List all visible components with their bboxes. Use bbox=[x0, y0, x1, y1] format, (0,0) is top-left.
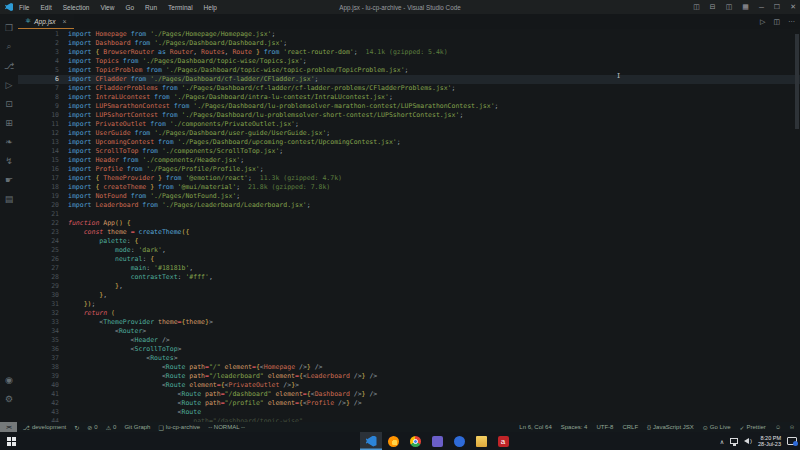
maximize-button[interactable]: ☐ bbox=[774, 3, 780, 11]
code-editor[interactable]: 1import Homepage from './Pages/Homepage/… bbox=[18, 29, 800, 422]
toggle-panel-icon[interactable]: ⊟ bbox=[710, 3, 716, 11]
project-manager-icon[interactable]: ▤ bbox=[0, 189, 18, 208]
status-git-branch[interactable]: ⎇development bbox=[23, 424, 66, 431]
code-line[interactable]: 27 main: '#18181b', bbox=[18, 264, 800, 273]
thunder-client-icon[interactable]: ↯ bbox=[0, 151, 18, 170]
code-line[interactable]: 24 palette: { bbox=[18, 237, 800, 246]
code-line[interactable]: 3import { BrowserRouter as Router, Route… bbox=[18, 48, 800, 57]
status-indentation[interactable]: Spaces: 4 bbox=[561, 424, 588, 430]
code-line[interactable]: 17import { ThemeProvider } from '@emotio… bbox=[18, 174, 800, 183]
status-language-mode[interactable]: {}JavaScript JSX bbox=[647, 424, 694, 430]
code-line[interactable]: 25 mode: 'dark', bbox=[18, 246, 800, 255]
code-line[interactable]: 4import Topics from './Pages/Dashboard/t… bbox=[18, 57, 800, 66]
code-line[interactable]: 22function App() { bbox=[18, 219, 800, 228]
remote-indicator[interactable]: >< bbox=[0, 422, 17, 432]
status-warnings[interactable]: ⚠0 bbox=[106, 424, 117, 431]
chrome-taskbar-icon[interactable] bbox=[404, 432, 426, 450]
code-line[interactable]: 5import TopicProblem from './Pages/Dashb… bbox=[18, 66, 800, 75]
code-line[interactable]: 12import UserGuide from './Pages/Dashboa… bbox=[18, 129, 800, 138]
code-line[interactable]: 34 <Router> bbox=[18, 327, 800, 336]
close-button[interactable]: ✕ bbox=[790, 3, 796, 11]
code-line[interactable]: 35 <Header /> bbox=[18, 336, 800, 345]
status-workspace[interactable]: ❑lu-cp-archive bbox=[158, 424, 200, 431]
toggle-secondary-sidebar-icon[interactable]: ◫ bbox=[726, 3, 733, 11]
menu-help[interactable]: Help bbox=[204, 4, 217, 11]
status-cursor-position[interactable]: Ln 6, Col 64 bbox=[519, 424, 551, 430]
run-debug-icon[interactable]: ▷ bbox=[0, 75, 18, 94]
search-icon[interactable]: ⌕ bbox=[0, 37, 18, 56]
settings-icon[interactable]: ⚙ bbox=[0, 389, 18, 408]
split-editor-icon[interactable]: ◫ bbox=[773, 18, 780, 26]
remote-explorer-icon[interactable]: ⊡ bbox=[0, 94, 18, 113]
code-line[interactable]: 32 return ( bbox=[18, 309, 800, 318]
menu-view[interactable]: View bbox=[100, 4, 114, 11]
code-line[interactable]: 31 }); bbox=[18, 300, 800, 309]
taskbar-clock[interactable]: 8:20 PM 28-Jul-23 bbox=[758, 435, 781, 448]
status-git-graph[interactable]: Git Graph bbox=[124, 424, 150, 430]
explorer-icon[interactable]: ❐ bbox=[0, 18, 18, 37]
folder-taskbar-icon[interactable] bbox=[470, 432, 492, 450]
action-center-icon[interactable] bbox=[787, 437, 797, 445]
tab-appjsx[interactable]: ⚛ App.jsx × bbox=[18, 14, 74, 29]
code-line[interactable]: 33 <ThemeProvider theme={theme}> bbox=[18, 318, 800, 327]
run-file-icon[interactable]: ▷ bbox=[760, 18, 765, 26]
code-line[interactable]: 2import Dashboard from './Pages/Dashboar… bbox=[18, 39, 800, 48]
live-share-icon[interactable]: ☛ bbox=[0, 170, 18, 189]
code-line[interactable]: 18import { createTheme } from '@mui/mate… bbox=[18, 183, 800, 192]
code-line[interactable]: 43 <Route bbox=[18, 408, 800, 417]
code-line[interactable]: 36 <ScrollToTop> bbox=[18, 345, 800, 354]
source-control-icon[interactable]: ⎇ bbox=[0, 56, 18, 75]
code-line[interactable]: 15import Header from './components/Heade… bbox=[18, 156, 800, 165]
code-line[interactable]: 42 <Route path="/profile" element={<Prof… bbox=[18, 399, 800, 408]
code-line[interactable]: 38 <Route path="/" element={<Homepage />… bbox=[18, 363, 800, 372]
blue-taskbar-icon[interactable] bbox=[448, 432, 470, 450]
code-line[interactable]: 20import Leaderboard from './Pages/Leade… bbox=[18, 201, 800, 210]
status-encoding[interactable]: UTF-8 bbox=[596, 424, 613, 430]
tab-close-icon[interactable]: × bbox=[63, 18, 67, 25]
menu-file[interactable]: File bbox=[19, 4, 29, 11]
code-line[interactable]: 29 }, bbox=[18, 282, 800, 291]
status-prettier[interactable]: ✓Prettier bbox=[740, 424, 766, 431]
code-line[interactable]: 28 contrastText: '#fff', bbox=[18, 273, 800, 282]
status-sync[interactable]: ↻ bbox=[74, 424, 79, 431]
code-line[interactable]: 21 bbox=[18, 210, 800, 219]
code-line[interactable]: 8import IntraLUcontest from './Pages/Das… bbox=[18, 93, 800, 102]
code-line[interactable]: 40 <Route element={<PrivateOutlet />}> bbox=[18, 381, 800, 390]
accounts-icon[interactable]: ◉ bbox=[0, 370, 18, 389]
code-line[interactable]: 13import UpcomingContest from './Pages/D… bbox=[18, 138, 800, 147]
amd-taskbar-icon[interactable]: a bbox=[492, 432, 514, 450]
firefox-taskbar-icon[interactable] bbox=[382, 432, 404, 450]
menu-run[interactable]: Run bbox=[145, 4, 157, 11]
editor-scrollbar[interactable] bbox=[795, 34, 799, 129]
menu-go[interactable]: Go bbox=[125, 4, 134, 11]
status-vim-mode[interactable]: -- NORMAL -- bbox=[208, 424, 245, 430]
code-line[interactable]: 19import NotFound from './Pages/NotFound… bbox=[18, 192, 800, 201]
menu-terminal[interactable]: Terminal bbox=[168, 4, 193, 11]
customize-layout-icon[interactable]: ▦ bbox=[742, 3, 749, 11]
menu-edit[interactable]: Edit bbox=[40, 4, 51, 11]
status-errors[interactable]: ⊘0 bbox=[87, 424, 97, 431]
code-line[interactable]: 10import LUPSshortContest from './Pages/… bbox=[18, 111, 800, 120]
code-line[interactable]: 16import Profile from './Pages/Profile/P… bbox=[18, 165, 800, 174]
code-line[interactable]: 26 neutral: { bbox=[18, 255, 800, 264]
code-line[interactable]: 6import CFladder from './Pages/Dashboard… bbox=[18, 75, 800, 84]
code-line[interactable]: 23 const theme = createTheme({ bbox=[18, 228, 800, 237]
extensions-icon[interactable]: ⊞ bbox=[0, 113, 18, 132]
code-line[interactable]: 41 <Route path="/dashboard" element={<Da… bbox=[18, 390, 800, 399]
start-button[interactable] bbox=[0, 432, 22, 450]
purple-taskbar-icon[interactable] bbox=[426, 432, 448, 450]
more-actions-icon[interactable]: ⋯ bbox=[788, 18, 795, 26]
status-feedback[interactable]: ☺ bbox=[775, 424, 781, 430]
code-line[interactable]: 11import PrivateOutlet from './component… bbox=[18, 120, 800, 129]
code-line[interactable]: 7import CFladderProblems from './Pages/D… bbox=[18, 84, 800, 93]
status-notifications[interactable]: ⍾ bbox=[790, 424, 794, 431]
code-line[interactable]: 39 <Route path="/leaderboard" element={<… bbox=[18, 372, 800, 381]
code-line[interactable]: 14import ScrollToTop from './components/… bbox=[18, 147, 800, 156]
volume-icon[interactable]: ) bbox=[744, 438, 752, 444]
status-go-live[interactable]: ⊙Go Live bbox=[703, 424, 731, 431]
minimize-button[interactable]: ─ bbox=[759, 4, 764, 11]
vscode-taskbar-icon[interactable] bbox=[360, 432, 382, 450]
mongodb-icon[interactable]: ❧ bbox=[0, 132, 18, 151]
code-line[interactable]: 30 }, bbox=[18, 291, 800, 300]
status-eol[interactable]: CRLF bbox=[622, 424, 638, 430]
